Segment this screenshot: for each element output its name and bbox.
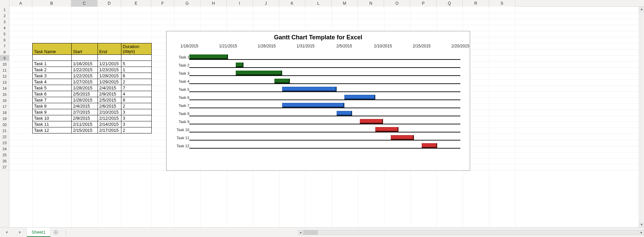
table-cell[interactable]: 2/9/2015 [72,115,98,121]
column-header-G[interactable]: G [174,0,200,7]
horizontal-scroll-track[interactable] [303,230,638,235]
column-header-I[interactable]: I [227,0,253,7]
row-header-27[interactable]: 27 [0,164,9,170]
table-cell[interactable]: Task 2 [33,67,72,73]
vertical-scrollbar[interactable] [639,7,644,227]
table-cell[interactable]: 1/22/2015 [72,73,98,79]
worksheet-grid[interactable]: Task NameStartEndDuration (days) Task 11… [9,7,639,227]
tab-nav-prev-icon[interactable] [5,231,8,234]
column-header-L[interactable]: L [305,0,332,7]
row-header-20[interactable]: 20 [0,122,9,128]
vertical-scroll-track[interactable] [640,12,643,222]
column-header-D[interactable]: D [98,0,121,7]
table-cell[interactable] [72,55,98,61]
table-cell[interactable]: 2/15/2015 [72,127,98,133]
table-cell[interactable]: 2/12/2015 [98,115,121,121]
gantt-chart[interactable]: Gantt Chart Template for Excel 1/16/2015… [166,31,470,171]
table-cell[interactable]: 1/28/2015 [72,97,98,103]
column-header-Q[interactable]: Q [437,0,463,7]
table-cell[interactable]: 2/4/2015 [72,103,98,109]
table-cell[interactable]: 2 [121,103,152,109]
column-header-P[interactable]: P [410,0,437,7]
column-header-B[interactable]: B [32,0,71,7]
table-cell[interactable]: 8 [121,97,152,103]
table-cell[interactable]: 2/9/2015 [98,91,121,97]
column-header-A[interactable]: A [9,0,32,7]
table-cell[interactable]: Task 7 [33,97,72,103]
table-cell[interactable]: 1/28/2015 [98,73,121,79]
row-header-2[interactable]: 2 [0,13,9,19]
column-header-K[interactable]: K [279,0,305,7]
row-header-11[interactable]: 11 [0,67,9,73]
table-cell[interactable]: 2/5/2015 [98,97,121,103]
column-header-M[interactable]: M [332,0,358,7]
row-header-17[interactable]: 17 [0,104,9,110]
row-header-15[interactable]: 15 [0,91,9,97]
tab-nav-next-icon[interactable] [18,231,22,234]
row-header-16[interactable]: 16 [0,97,9,104]
table-cell[interactable]: Task 11 [33,121,72,127]
add-sheet-button[interactable] [50,228,61,237]
table-cell[interactable]: 4 [121,91,152,97]
table-cell[interactable]: 2/7/2015 [72,109,98,115]
table-cell[interactable]: 2 [121,79,152,85]
table-cell[interactable]: 3 [121,109,152,115]
row-header-25[interactable]: 25 [0,152,9,158]
table-cell[interactable]: 7 [121,85,152,91]
table-cell[interactable]: 6 [121,73,152,79]
table-cell[interactable]: 3 [121,115,152,121]
table-cell[interactable]: 2/5/2015 [72,91,98,97]
table-cell[interactable]: 5 [121,61,152,67]
row-header-8[interactable]: 8 [0,49,9,55]
table-cell[interactable]: 3 [121,121,152,127]
table-cell[interactable]: 1/23/2015 [98,67,121,73]
table-cell[interactable] [98,55,121,61]
table-cell[interactable] [121,55,152,61]
row-header-5[interactable]: 5 [0,31,9,37]
sheet-tab-active[interactable]: Sheet1 [27,228,50,237]
column-header-E[interactable]: E [121,0,151,7]
table-cell[interactable]: Task 3 [33,73,72,79]
table-cell[interactable] [33,55,72,61]
scroll-right-arrow[interactable] [639,230,644,235]
row-header-18[interactable]: 18 [0,110,9,116]
table-cell[interactable]: 2/6/2015 [98,103,121,109]
table-cell[interactable]: 1/28/2015 [72,85,98,91]
table-cell[interactable]: 1 [121,67,152,73]
table-cell[interactable]: 2/17/2015 [98,127,121,133]
row-header-1[interactable]: 1 [0,7,9,13]
row-header-4[interactable]: 4 [0,25,9,31]
table-cell[interactable]: 2/11/2015 [72,121,98,127]
row-header-19[interactable]: 19 [0,116,9,122]
column-header-S[interactable]: S [489,0,515,7]
row-header-22[interactable]: 22 [0,134,9,140]
horizontal-scroll-thumb[interactable] [304,230,318,235]
table-cell[interactable]: 2 [121,127,152,133]
table-cell[interactable]: 1/21/2015 [98,61,121,67]
table-cell[interactable]: Task 12 [33,127,72,133]
row-header-12[interactable]: 12 [0,73,9,79]
row-header-21[interactable]: 21 [0,128,9,134]
table-cell[interactable]: 2/10/2015 [98,109,121,115]
table-cell[interactable]: Task 8 [33,103,72,109]
table-cell[interactable]: 2/4/2015 [98,85,121,91]
table-cell[interactable]: 1/27/2015 [72,79,98,85]
column-header-F[interactable]: F [151,0,174,7]
column-header-O[interactable]: O [384,0,410,7]
column-header-R[interactable]: R [463,0,489,7]
scroll-up-arrow[interactable] [639,7,644,12]
table-cell[interactable]: Task 1 [33,61,72,67]
table-cell[interactable]: 1/16/2015 [72,61,98,67]
table-cell[interactable]: Task 6 [33,91,72,97]
table-cell[interactable]: Task 5 [33,85,72,91]
table-cell[interactable]: 1/22/2015 [72,67,98,73]
table-cell[interactable]: 2/14/2015 [98,121,121,127]
column-header-J[interactable]: J [253,0,279,7]
scroll-down-arrow[interactable] [639,222,644,227]
row-header-14[interactable]: 14 [0,85,9,91]
row-header-10[interactable]: 10 [0,61,9,67]
row-header-26[interactable]: 26 [0,158,9,164]
table-cell[interactable]: Task 4 [33,79,72,85]
table-cell[interactable]: Task 10 [33,115,72,121]
tab-scroll-separator[interactable]: ⋮ [65,230,67,235]
